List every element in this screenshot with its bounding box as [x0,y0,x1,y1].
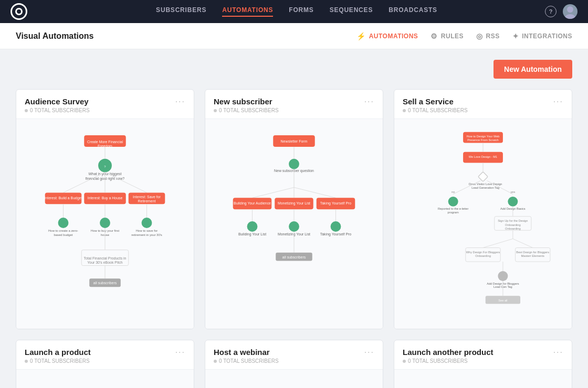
card-subtitle: 0 TOTAL SUBSCRIBERS [214,107,279,113]
svg-text:Onboarding: Onboarding [505,223,521,227]
card-preview[interactable]: How to Design Your Web Presence From Scr… [394,118,572,329]
svg-line-47 [294,187,336,198]
svg-point-58 [289,221,299,232]
svg-text:all subscribers: all subscribers [93,281,117,285]
svg-text:How to Design Your Web: How to Design Your Web [467,135,500,138]
svg-text:Why Design For Bloggers: Why Design For Bloggers [466,251,500,254]
svg-text:Create More Financial: Create More Financial [87,140,123,144]
card-header: Host a webinar 0 TOTAL SUBSCRIBERS ··· [205,340,383,369]
svg-text:Sign Up for the Design: Sign Up for the Design [498,219,528,222]
automation-cards-grid: Audience Survey 0 TOTAL SUBSCRIBERS ··· … [16,89,572,388]
content: New Automation Audience Survey 0 TOTAL S… [0,49,588,388]
svg-text:Taking Yourself Pro: Taking Yourself Pro [320,232,352,236]
card-subtitle: 0 TOTAL SUBSCRIBERS [25,107,90,113]
svg-text:Taking Yourself Pro: Taking Yourself Pro [320,201,352,206]
card-header: Launch another product 0 TOTAL SUBSCRIBE… [394,340,572,369]
nav-forms[interactable]: Forms [289,6,313,17]
svg-text:program: program [448,211,459,214]
svg-point-100 [498,271,508,281]
sub-nav-rss[interactable]: ◎ RSS [476,32,500,40]
sub-nav-rules[interactable]: ⚙ Rules [430,32,464,40]
sub-nav-integrations-label: Integrations [522,33,572,40]
new-automation-button[interactable]: New Automation [494,60,572,79]
rss-icon: ◎ [476,32,483,40]
nav-subscribers[interactable]: Subscribers [156,6,206,17]
status-dot [214,109,217,112]
card-menu-button[interactable]: ··· [364,348,374,357]
svg-text:Masterr Elements: Masterr Elements [521,254,545,257]
card-header: New subscriber 0 TOTAL SUBSCRIBERS ··· [205,90,383,118]
sub-nav-automations-label: Automations [369,33,418,40]
card-header: Sell a Service 0 TOTAL SUBSCRIBERS ··· [394,90,572,118]
card-host-webinar: Host a webinar 0 TOTAL SUBSCRIBERS ··· W… [205,340,383,388]
svg-point-83 [508,197,518,207]
card-title: Audience Survey [25,97,90,106]
svg-text:See all: See all [498,299,507,302]
svg-text:Interest: Save for: Interest: Save for [133,195,161,199]
integrations-icon: ✦ [512,32,519,40]
svg-line-45 [253,187,295,198]
card-preview[interactable]: Newsletter Form New subscriber question … [205,118,383,329]
sub-nav-links: ⚡ Automations ⚙ Rules ◎ RSS ✦ Integratio… [356,32,572,40]
automations-icon: ⚡ [356,32,366,40]
svg-line-92 [513,239,533,247]
card-preview[interactable]: Webinar: How to Bake Delightful Chocolat… [205,369,383,388]
svg-text:Retirement: Retirement [138,199,156,203]
card-header: Launch a product 0 TOTAL SUBSCRIBERS ··· [16,340,194,369]
status-dot [403,109,406,112]
card-title: Host a webinar [214,348,279,357]
sub-nav-integrations[interactable]: ✦ Integrations [512,32,572,40]
svg-text:Interest: Buy a House: Interest: Buy a House [88,196,123,200]
card-subtitle: 0 TOTAL SUBSCRIBERS [403,107,468,113]
nav-automations[interactable]: Automations [222,6,273,17]
status-dot [25,360,28,363]
svg-text:Building Your Audience: Building Your Audience [234,201,271,206]
svg-point-24 [100,218,110,228]
card-preview[interactable]: Interest: Appalachian Trail Webinar: How… [394,369,572,388]
svg-text:Best Design for Bloggers: Best Design for Bloggers [516,251,549,254]
status-dot [403,360,406,363]
help-button[interactable]: ? [545,6,556,17]
svg-text:Monetizing Your List: Monetizing Your List [278,201,310,206]
nav-right: ? [545,4,578,19]
card-launch-another-product: Launch another product 0 TOTAL SUBSCRIBE… [394,340,572,388]
card-menu-button[interactable]: ··· [175,97,185,106]
card-new-subscriber: New subscriber 0 TOTAL SUBSCRIBERS ··· N… [205,89,383,329]
svg-text:no: no [452,190,455,193]
sub-nav-rss-label: RSS [486,33,500,40]
svg-point-1 [565,14,575,19]
svg-text:Lead Generation Tag: Lead Generation Tag [471,186,499,189]
status-dot [214,360,217,363]
card-preview[interactable]: Create More Financial Freedom ? What is … [16,118,194,329]
svg-text:retirement in your 30's: retirement in your 30's [131,233,162,236]
nav-sequences[interactable]: Sequences [330,6,373,17]
card-menu-button[interactable]: ··· [364,97,374,106]
nav-links: Subscribers Automations Forms Sequences … [48,6,545,17]
svg-point-59 [331,221,341,232]
svg-line-91 [483,239,513,247]
svg-text:Reported to the e-letter: Reported to the e-letter [438,207,468,210]
card-title: Launch a product [25,348,91,357]
page-title: Visual Automations [16,31,356,41]
nav-broadcasts[interactable]: Broadcasts [388,6,437,17]
card-header: Audience Survey 0 TOTAL SUBSCRIBERS ··· [16,90,194,118]
svg-text:Newsletter Form: Newsletter Form [281,139,308,143]
card-menu-button[interactable]: ··· [553,348,563,357]
card-sell-service: Sell a Service 0 TOTAL SUBSCRIBERS ··· H… [394,89,572,329]
svg-line-12 [105,173,147,193]
avatar[interactable] [563,4,578,19]
card-title: Sell a Service [403,97,468,106]
svg-text:Interest: Build a Budget: Interest: Build a Budget [44,196,82,200]
status-dot [25,109,28,112]
sub-nav-automations[interactable]: ⚡ Automations [356,32,418,40]
svg-text:Building Your List: Building Your List [238,232,266,236]
card-menu-button[interactable]: ··· [553,97,563,106]
card-menu-button[interactable]: ··· [175,348,185,357]
card-preview[interactable]: Interest: Appalachian Trail ... [16,369,194,388]
card-title: New subscriber [214,97,279,106]
svg-point-0 [567,6,573,13]
svg-text:We Love Design - M1: We Love Design - M1 [469,155,497,158]
logo[interactable] [10,3,27,20]
svg-text:Onboarding: Onboarding [475,254,491,257]
svg-text:based budget: based budget [54,233,72,236]
